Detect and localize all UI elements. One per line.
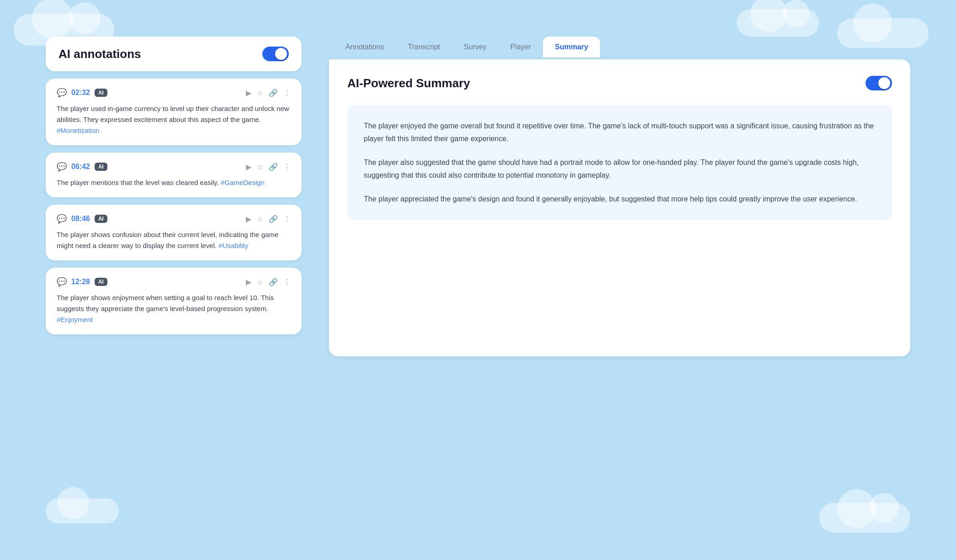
tab-summary[interactable]: Summary (543, 37, 600, 58)
card-header-left-3: 💬 12:28 AI (57, 277, 107, 287)
annotation-tag-2: #Usability (218, 242, 248, 249)
more-icon-2[interactable]: ⋮ (283, 215, 291, 223)
timestamp-2: 08:46 (71, 215, 90, 223)
link-icon-3[interactable]: 🔗 (269, 278, 278, 286)
card-header-left-1: 💬 06:42 AI (57, 162, 107, 172)
card-actions-3: ▶ ☆ 🔗 ⋮ (246, 278, 291, 286)
ai-annotations-toggle[interactable] (262, 47, 289, 61)
card-header-2: 💬 08:46 AI ▶ ☆ 🔗 ⋮ (57, 214, 291, 224)
link-icon-0[interactable]: 🔗 (269, 89, 278, 97)
annotation-card-1: 💬 06:42 AI ▶ ☆ 🔗 ⋮ The player mentions t… (46, 153, 302, 197)
more-icon-3[interactable]: ⋮ (283, 278, 291, 286)
more-icon-0[interactable]: ⋮ (283, 89, 291, 97)
card-header-3: 💬 12:28 AI ▶ ☆ 🔗 ⋮ (57, 277, 291, 287)
summary-paragraph-1: The player also suggested that the game … (364, 156, 876, 182)
link-icon-1[interactable]: 🔗 (269, 163, 278, 171)
chat-icon-0: 💬 (57, 88, 67, 98)
annotation-tag-0: #Monetization (57, 127, 99, 134)
annotation-card-2: 💬 08:46 AI ▶ ☆ 🔗 ⋮ The player shows conf… (46, 205, 302, 260)
ai-badge-3: AI (95, 278, 107, 286)
page-layout: AI annotations 💬 02:32 AI ▶ ☆ 🔗 ⋮ The pl (0, 0, 956, 560)
annotation-card-0: 💬 02:32 AI ▶ ☆ 🔗 ⋮ The player used in-ga… (46, 79, 302, 145)
chat-icon-3: 💬 (57, 277, 67, 287)
tab-annotations[interactable]: Annotations (334, 37, 396, 58)
chat-icon-1: 💬 (57, 162, 67, 172)
card-body-1: The player mentions that the level was c… (57, 177, 291, 188)
play-icon-1[interactable]: ▶ (246, 163, 251, 171)
left-panel: AI annotations 💬 02:32 AI ▶ ☆ 🔗 ⋮ The pl (46, 37, 302, 334)
card-header-0: 💬 02:32 AI ▶ ☆ 🔗 ⋮ (57, 88, 291, 98)
tab-transcript[interactable]: Transcript (396, 37, 452, 58)
play-icon-3[interactable]: ▶ (246, 278, 251, 286)
card-actions-1: ▶ ☆ 🔗 ⋮ (246, 163, 291, 171)
star-icon-3[interactable]: ☆ (257, 278, 263, 286)
timestamp-0: 02:32 (71, 89, 90, 97)
card-header-1: 💬 06:42 AI ▶ ☆ 🔗 ⋮ (57, 162, 291, 172)
annotation-card-3: 💬 12:28 AI ▶ ☆ 🔗 ⋮ The player shows enjo… (46, 268, 302, 334)
card-body-3: The player shows enjoyment when setting … (57, 292, 291, 325)
star-icon-1[interactable]: ☆ (257, 163, 263, 171)
summary-toggle[interactable] (866, 76, 892, 90)
card-header-left-0: 💬 02:32 AI (57, 88, 107, 98)
star-icon-0[interactable]: ☆ (257, 89, 263, 97)
ai-badge-1: AI (95, 163, 107, 171)
chat-icon-2: 💬 (57, 214, 67, 224)
summary-card: AI-Powered Summary The player enjoyed th… (329, 59, 910, 356)
summary-content: The player enjoyed the game overall but … (347, 105, 892, 220)
more-icon-1[interactable]: ⋮ (283, 163, 291, 171)
summary-header: AI-Powered Summary (347, 76, 892, 90)
play-icon-2[interactable]: ▶ (246, 215, 251, 223)
card-body-0: The player used in-game currency to leve… (57, 103, 291, 136)
summary-paragraph-2: The player appreciated the game's design… (364, 193, 876, 206)
card-body-2: The player shows confusion about their c… (57, 229, 291, 251)
link-icon-2[interactable]: 🔗 (269, 215, 278, 223)
summary-paragraph-0: The player enjoyed the game overall but … (364, 120, 876, 145)
tabs-row: Annotations Transcript Survey Player Sum… (329, 37, 910, 58)
annotation-text-1: The player mentions that the level was c… (57, 179, 219, 186)
play-icon-0[interactable]: ▶ (246, 89, 251, 97)
timestamp-1: 06:42 (71, 163, 90, 171)
summary-title: AI-Powered Summary (347, 76, 470, 90)
ai-badge-0: AI (95, 89, 107, 97)
annotation-text-3: The player shows enjoyment when setting … (57, 294, 274, 312)
star-icon-2[interactable]: ☆ (257, 215, 263, 223)
timestamp-3: 12:28 (71, 278, 90, 286)
annotation-tag-3: #Enjoyment (57, 316, 93, 323)
ai-annotations-title: AI annotations (58, 47, 141, 61)
card-actions-2: ▶ ☆ 🔗 ⋮ (246, 215, 291, 223)
ai-annotations-header: AI annotations (46, 37, 302, 71)
annotation-tag-1: #GameDesign (221, 179, 265, 186)
card-actions-0: ▶ ☆ 🔗 ⋮ (246, 89, 291, 97)
right-panel: Annotations Transcript Survey Player Sum… (329, 37, 910, 356)
card-header-left-2: 💬 08:46 AI (57, 214, 107, 224)
tab-player[interactable]: Player (499, 37, 543, 58)
ai-badge-2: AI (95, 215, 107, 223)
annotation-text-0: The player used in-game currency to leve… (57, 105, 289, 123)
tab-survey[interactable]: Survey (452, 37, 499, 58)
